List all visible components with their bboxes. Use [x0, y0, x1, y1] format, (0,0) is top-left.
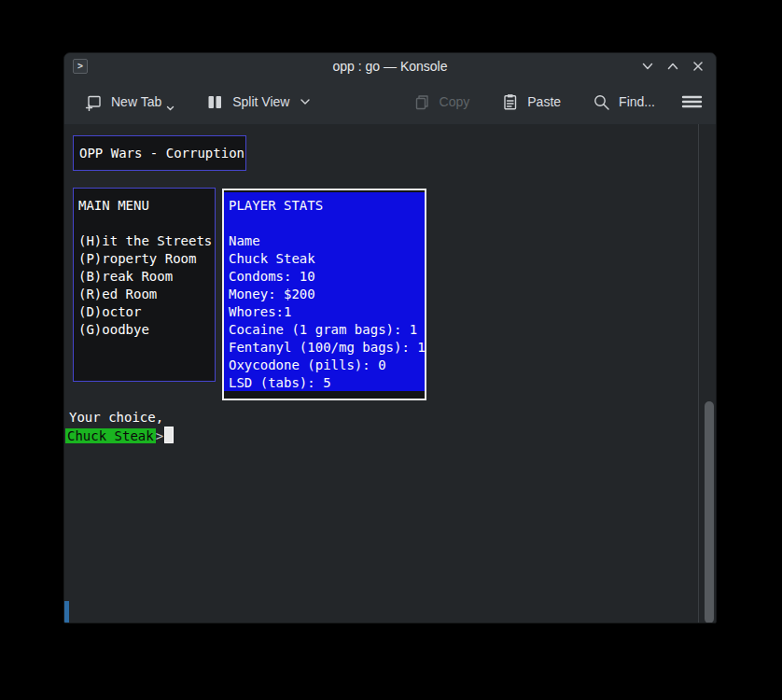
- stat-oxycodone: Oxycodone (pills): 0: [229, 357, 425, 374]
- menu-item-goodbye: (G)oodbye: [78, 321, 215, 339]
- main-menu-title: MAIN MENU: [78, 197, 215, 215]
- scrollbar-thumb[interactable]: [705, 401, 714, 623]
- find-label: Find...: [619, 94, 655, 109]
- window-title: opp : go — Konsole: [64, 59, 716, 74]
- prompt-caret: >: [156, 428, 163, 443]
- close-button[interactable]: [690, 58, 706, 75]
- main-menu-box: MAIN MENU (H)it the Streets (P)roperty R…: [73, 188, 216, 382]
- split-view-label: Split View: [232, 94, 289, 109]
- window-controls: [639, 58, 716, 75]
- player-stats-panel: PLAYER STATS Name Chuck Steak Condoms: 1…: [224, 192, 425, 391]
- maximize-button[interactable]: [664, 58, 681, 75]
- game-title: OPP Wars - Corruption: [79, 145, 244, 162]
- menu-item-break-room: (B)reak Room: [78, 268, 215, 286]
- copy-button[interactable]: Copy: [412, 86, 472, 118]
- player-stats-box: PLAYER STATS Name Chuck Steak Condoms: 1…: [222, 189, 426, 400]
- stat-name-label: Name: [229, 232, 425, 250]
- chevron-down-icon: [300, 98, 311, 105]
- prompt-player-name: Chuck Steak: [65, 428, 156, 443]
- menu-item-doctor: (D)octor: [78, 303, 215, 321]
- scrollbar-track[interactable]: [698, 124, 699, 623]
- search-icon: [593, 93, 610, 111]
- activity-indicator: [64, 601, 69, 623]
- menu-item-red-room: (R)ed Room: [78, 286, 215, 303]
- paste-icon: [501, 93, 519, 111]
- chevron-down-icon: [166, 105, 175, 111]
- prompt-input-line: Chuck Steak>: [65, 427, 174, 444]
- stat-player-name: Chuck Steak: [229, 250, 425, 268]
- menu-item-property-room: (P)roperty Room: [78, 250, 215, 268]
- close-icon: [691, 60, 705, 73]
- terminal-screen[interactable]: OPP Wars - Corruption MAIN MENU (H)it th…: [64, 124, 716, 623]
- chevron-down-icon: [641, 60, 654, 73]
- paste-button[interactable]: Paste: [499, 86, 563, 118]
- konsole-app-icon: >: [73, 59, 88, 74]
- toolbar: New Tab Split View Copy: [64, 79, 716, 124]
- konsole-window: > opp : go — Konsole New Tab: [63, 52, 717, 623]
- split-view-button[interactable]: Split View: [204, 86, 313, 118]
- copy-icon: [413, 93, 431, 111]
- player-stats-title: PLAYER STATS: [229, 197, 425, 215]
- titlebar[interactable]: > opp : go — Konsole: [64, 53, 716, 79]
- stat-whores: Whores:1: [229, 303, 425, 321]
- stat-fentanyl: Fentanyl (100/mg bags): 1: [229, 339, 425, 357]
- new-tab-icon: [85, 93, 103, 111]
- new-tab-button[interactable]: New Tab: [83, 86, 176, 118]
- command-prompt[interactable]: Your choice, Chuck Steak>: [65, 409, 174, 444]
- stat-condoms: Condoms: 10: [229, 268, 425, 286]
- paste-label: Paste: [527, 94, 561, 109]
- terminal-cursor: [164, 427, 174, 443]
- chevron-up-icon: [666, 60, 679, 73]
- new-tab-label: New Tab: [111, 94, 161, 109]
- copy-label: Copy: [440, 94, 470, 109]
- menu-item-hit-the-streets: (H)it the Streets: [78, 232, 215, 250]
- prompt-question: Your choice,: [65, 409, 174, 427]
- split-view-icon: [206, 93, 224, 111]
- minimize-button[interactable]: [639, 58, 656, 75]
- stat-cocaine: Cocaine (1 gram bags): 1: [229, 321, 425, 339]
- stat-lsd: LSD (tabs): 5: [229, 374, 425, 391]
- menu-button[interactable]: [681, 93, 703, 110]
- find-button[interactable]: Find...: [591, 86, 657, 118]
- game-title-box: OPP Wars - Corruption: [73, 135, 246, 171]
- hamburger-icon: [681, 93, 703, 110]
- stat-money: Money: $200: [229, 286, 425, 303]
